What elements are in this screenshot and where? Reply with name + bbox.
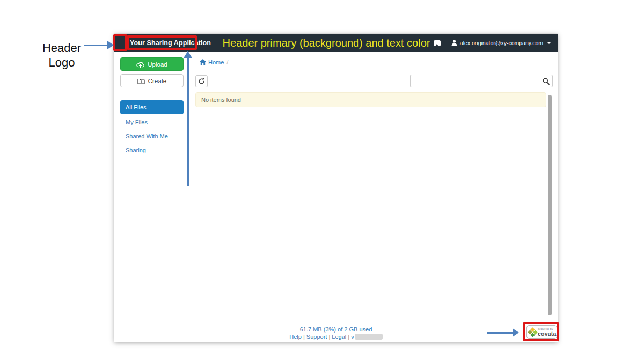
annotation-arrowhead-header-logo [107, 41, 114, 49]
message-icon[interactable] [434, 40, 441, 46]
sidebar-item-label: Shared With Me [126, 133, 168, 139]
footer-link-separator: | [348, 334, 349, 340]
search-icon [543, 78, 550, 85]
footer-brand-badge[interactable]: secured by covata [526, 325, 557, 339]
header-logo-placeholder [117, 35, 127, 50]
sidebar-item-label: Sharing [126, 147, 146, 153]
app-header: Your Sharing Application Header primary … [114, 34, 558, 52]
version-redacted-blur [355, 334, 383, 340]
sidebar: Upload Create All Files My Files Shared … [114, 52, 193, 342]
sidebar-item-label: All Files [126, 104, 147, 110]
footer-version-prefix: v [351, 334, 354, 340]
sidebar-item-my-files[interactable]: My Files [120, 115, 184, 129]
main-content: Home / No items [193, 52, 558, 342]
home-icon [200, 59, 206, 65]
footer-links: Help | Support | Legal | v [114, 334, 558, 340]
app-title: Your Sharing Application [130, 34, 211, 52]
footer-link-support[interactable]: Support [306, 334, 327, 340]
footer-link-separator: | [303, 334, 305, 340]
sidebar-item-all-files[interactable]: All Files [120, 100, 184, 114]
annotation-arrow-footer-logo [487, 332, 513, 334]
empty-state-message: No items found [195, 92, 546, 107]
annotation-header-color-note: Header primary (background) and text col… [216, 34, 436, 52]
annotation-text-line: Logo [30, 55, 94, 70]
user-icon [451, 40, 457, 46]
empty-state-text: No items found [201, 97, 241, 103]
sidebar-item-label: My Files [126, 119, 148, 125]
header-right-controls: alex.originator@xy-company.com [434, 34, 551, 52]
breadcrumb: Home / [193, 52, 553, 72]
sidebar-item-sharing[interactable]: Sharing [120, 143, 184, 157]
upload-button[interactable]: Upload [120, 57, 184, 71]
app-window: Your Sharing Application Header primary … [114, 34, 558, 342]
annotation-arrowhead-app-name [184, 51, 192, 58]
vertical-scrollbar[interactable] [548, 95, 552, 315]
covata-badge-text: secured by covata [538, 328, 556, 336]
refresh-icon [198, 78, 205, 85]
user-email: alex.originator@xy-company.com [460, 40, 543, 46]
user-menu[interactable]: alex.originator@xy-company.com [451, 40, 551, 46]
upload-button-label: Upload [148, 61, 167, 68]
breadcrumb-home-link[interactable]: Home [200, 59, 224, 65]
breadcrumb-home-label: Home [208, 59, 224, 65]
caret-down-icon [547, 42, 551, 44]
annotation-arrow-app-name [187, 57, 189, 186]
breadcrumb-separator: / [226, 59, 228, 65]
covata-brand-label: covata [538, 331, 556, 337]
footer-link-separator: | [328, 334, 330, 340]
annotation-text-line: Header [30, 41, 94, 55]
covata-diamond-icon [528, 327, 537, 337]
sidebar-item-shared-with-me[interactable]: Shared With Me [120, 129, 184, 143]
search-group [410, 75, 553, 87]
footer-link-help[interactable]: Help [289, 334, 302, 340]
annotated-screenshot-canvas: Header Logo Application Name displayed t… [0, 0, 644, 362]
cloud-upload-icon [136, 61, 144, 68]
annotation-arrowhead-footer-logo [513, 328, 519, 337]
create-button[interactable]: Create [120, 74, 184, 87]
search-button[interactable] [539, 75, 553, 87]
create-button-label: Create [148, 78, 167, 84]
footer-link-legal[interactable]: Legal [332, 334, 346, 340]
refresh-button[interactable] [195, 75, 208, 87]
search-input[interactable] [410, 75, 539, 87]
folder-plus-icon [137, 78, 145, 84]
annotation-arrow-header-logo [84, 45, 108, 46]
